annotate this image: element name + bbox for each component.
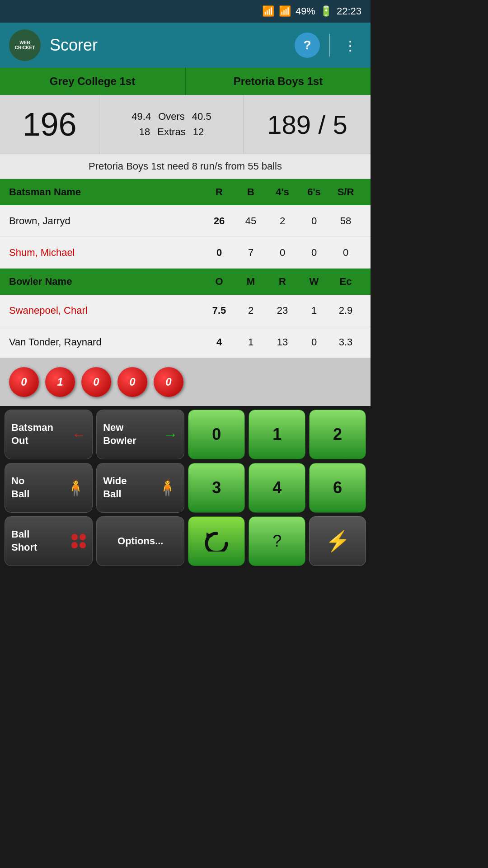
ball-5: 0 [154,367,183,397]
button-row-1: BatsmanOut ← NewBowler → 0 1 2 [5,410,366,459]
batsman-row-2[interactable]: Shum, Michael 0 7 0 0 0 [0,237,371,269]
bowler2-r: 13 [267,336,298,348]
wide-ball-button[interactable]: WideBall 🧍 [96,463,184,513]
batsman-table-header: Batsman Name R B 4's 6's S/R [0,179,371,205]
bowler1-m: 2 [235,305,267,316]
ball-short-dots-icon [71,534,86,548]
run3-button[interactable]: 3 [188,463,245,513]
batsman-table-body: Brown, Jarryd 26 45 2 0 58 Shum, Michael… [0,205,371,269]
arrow-right-icon: → [163,426,178,443]
ball-2: 1 [45,367,75,397]
score-section: 196 49.4 Overs 40.5 18 Extras 12 189 / 5 [0,95,371,154]
lightning-button[interactable]: ⚡ [309,516,366,566]
run2-button[interactable]: 2 [309,410,366,459]
bowler1-name: Swanepoel, Charl [9,305,203,316]
bowler2-ec: 3.3 [330,336,361,348]
signal-icon: 📶 [279,5,291,17]
no-ball-button[interactable]: NoBall 🧍 [5,463,93,513]
batsman-row-1[interactable]: Brown, Jarryd 26 45 2 0 58 [0,205,371,237]
lightning-icon: ⚡ [325,529,350,553]
run1-button[interactable]: 1 [249,410,305,459]
bowler1-r: 23 [267,305,298,316]
batsman-col-r: R [203,186,235,198]
header-divider [329,34,330,57]
button-row-3: BallShort Options... ? ⚡ [5,516,366,566]
ball-short-button[interactable]: BallShort [5,516,93,566]
undo-icon [204,531,229,552]
bowler1-o: 7.5 [203,305,235,316]
team2-score: 189 / 5 [244,95,371,154]
team2-overs: 40.5 [192,111,211,123]
batsman-col-fours: 4's [267,186,298,198]
batsman1-r: 26 [203,215,235,227]
batsman-col-b: B [235,186,267,198]
bowler2-o: 4 [203,336,235,348]
bowler-table-body: Swanepoel, Charl 7.5 2 23 1 2.9 Van Tond… [0,295,371,358]
bowler-col-m: M [235,276,267,288]
batsman1-name: Brown, Jarryd [9,215,203,227]
app-title: Scorer [50,36,286,55]
app-header: WEBCRICKET Scorer ? ⋮ [0,23,371,68]
batsman1-fours: 2 [267,215,298,227]
ball-4: 0 [117,367,147,397]
battery-percent: 49% [296,5,315,17]
batsman-out-label: BatsmanOut [11,421,53,447]
bowler-col-r: R [267,276,298,288]
team1-score: 196 [0,95,99,154]
batsman2-name: Shum, Michael [9,247,203,259]
team2-extras: 12 [193,126,204,138]
undo-button[interactable] [188,516,245,566]
batsman2-r: 0 [203,247,235,259]
bowler-table-header: Bowler Name O M R W Ec [0,269,371,295]
menu-button[interactable]: ⋮ [339,33,361,58]
batsman2-sixes: 0 [298,247,330,259]
arrow-left-icon: ← [71,426,86,443]
team1-button[interactable]: Grey College 1st [0,68,186,95]
time-display: 22:23 [337,5,361,17]
run4-button[interactable]: 4 [249,463,305,513]
run0-button[interactable]: 0 [188,410,245,459]
batsman2-fours: 0 [267,247,298,259]
run6-button[interactable]: 6 [309,463,366,513]
batsman-col-sixes: 6's [298,186,330,198]
batsman1-sixes: 0 [298,215,330,227]
team2-button[interactable]: Pretoria Boys 1st [186,68,371,95]
bowler-row-2[interactable]: Van Tonder, Raynard 4 1 13 0 3.3 [0,326,371,358]
bowler1-ec: 2.9 [330,305,361,316]
batsman-col-sr: S/R [330,186,361,198]
options-label: Options... [117,535,163,548]
overs-label: Overs [158,111,185,123]
bowler2-w: 0 [298,336,330,348]
batsman-col-name: Batsman Name [9,186,203,198]
battery-icon: 🔋 [320,5,332,17]
unknown-button[interactable]: ? [249,516,305,566]
umpire1-icon: 🧍 [66,478,86,497]
help-button[interactable]: ? [295,33,320,58]
batsman-out-button[interactable]: BatsmanOut ← [5,410,93,459]
score-details: 49.4 Overs 40.5 18 Extras 12 [99,95,244,154]
app-logo: WEBCRICKET [9,29,41,61]
question-icon: ? [272,532,282,551]
batsman1-sr: 58 [330,215,361,227]
teams-row: Grey College 1st Pretoria Boys 1st [0,68,371,95]
umpire2-icon: 🧍 [157,478,178,497]
button-row-2: NoBall 🧍 WideBall 🧍 3 4 6 [5,463,366,513]
batsman2-b: 7 [235,247,267,259]
info-bar: Pretoria Boys 1st need 8 run/s from 55 b… [0,154,371,179]
status-bar: 📶 📶 49% 🔋 22:23 [0,0,371,23]
new-bowler-label: NewBowler [103,421,136,447]
ball-3: 0 [81,367,111,397]
bowler2-name: Van Tonder, Raynard [9,336,203,348]
ball-short-label: BallShort [11,528,37,554]
extras-label: Extras [157,126,185,138]
bowler1-w: 1 [298,305,330,316]
options-button[interactable]: Options... [96,516,184,566]
team1-overs: 49.4 [131,111,151,123]
new-bowler-button[interactable]: NewBowler → [96,410,184,459]
bowler-col-o: O [203,276,235,288]
bowler-row-1[interactable]: Swanepoel, Charl 7.5 2 23 1 2.9 [0,295,371,326]
wifi-icon: 📶 [262,5,274,17]
bowler-col-w: W [298,276,330,288]
no-ball-label: NoBall [11,475,29,500]
ball-1: 0 [9,367,39,397]
